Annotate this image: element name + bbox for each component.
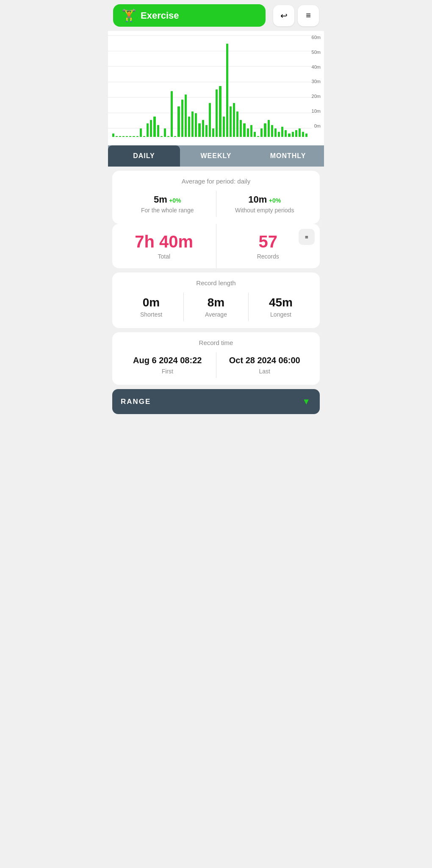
chart-bar	[302, 132, 304, 137]
range-button[interactable]: RANGE ▼	[112, 389, 320, 414]
bar-group	[226, 44, 228, 137]
chart-bar	[268, 120, 270, 137]
bar-group	[184, 95, 187, 137]
tab-weekly[interactable]: WEEKLY	[180, 145, 252, 167]
average-length-label: Average	[184, 311, 248, 318]
chart-bar	[195, 113, 197, 137]
chart-bar	[236, 111, 238, 137]
chart-bar	[181, 100, 183, 137]
app-container: 🏋️ Exercise ↩ ≡ 60m50m40m30m20m10m0m DAI…	[108, 0, 324, 414]
average-row: 5m +0% For the whole range 10m +0% Witho…	[119, 191, 313, 217]
chart-bar	[257, 136, 259, 137]
whole-range-label: For the whole range	[121, 207, 214, 214]
chart-y-axis: 60m50m40m30m20m10m0m	[312, 35, 324, 137]
records-card: 7h 40m Total ≡ 57 Records	[112, 224, 320, 268]
chart-bar	[122, 136, 125, 137]
tab-monthly[interactable]: MONTHLY	[252, 145, 324, 167]
bar-group	[212, 128, 215, 137]
chart-bar	[250, 125, 252, 137]
total-value: 7h 40m	[135, 232, 193, 251]
bar-group	[208, 103, 211, 137]
chart-bar	[223, 117, 225, 137]
bar-group	[177, 106, 180, 137]
bar-group	[285, 130, 287, 137]
bar-group	[250, 125, 252, 137]
first-time-value: Aug 6 2024 08:22	[121, 356, 214, 365]
header: 🏋️ Exercise ↩ ≡	[108, 0, 324, 31]
total-cell: 7h 40m Total	[112, 224, 216, 268]
y-axis-label: 10m	[312, 109, 321, 114]
bar-group	[222, 117, 225, 137]
record-length-card: Record length 0m Shortest 8m Average 45m…	[112, 273, 320, 328]
bar-group	[115, 136, 118, 137]
bar-group	[129, 136, 132, 137]
bar-group	[278, 132, 280, 137]
bar-group	[174, 136, 177, 137]
chart-bar	[226, 44, 228, 137]
records-list-button[interactable]: ≡	[299, 229, 315, 245]
tab-daily[interactable]: DAILY	[108, 145, 180, 167]
no-empty-cell: 10m +0% Without empty periods	[216, 191, 313, 217]
chart-bar	[254, 132, 256, 137]
bar-group	[243, 123, 246, 137]
list-icon: ≡	[305, 234, 308, 240]
chart-bar	[119, 136, 121, 137]
bar-group	[136, 136, 138, 137]
bar-group	[167, 136, 170, 137]
bar-group	[260, 128, 263, 137]
chart-bar	[288, 134, 290, 137]
records-value: 57	[259, 232, 278, 251]
chart-bar	[299, 128, 301, 137]
exercise-icon: 🏋️	[122, 8, 136, 22]
chart-bar	[153, 117, 155, 137]
bar-group	[236, 111, 239, 137]
back-button[interactable]: ↩	[273, 5, 294, 26]
chart-bar	[278, 132, 280, 137]
last-time-cell: Oct 28 2024 06:00 Last	[216, 352, 313, 378]
tab-bar: DAILY WEEKLY MONTHLY	[108, 145, 324, 167]
record-time-title: Record time	[119, 339, 313, 346]
bar-group	[271, 125, 273, 137]
chart-gridline	[108, 51, 312, 51]
chart-bar	[205, 125, 208, 137]
chart-bar	[216, 89, 218, 137]
chart-bar	[247, 128, 249, 137]
chart-bar	[136, 136, 138, 137]
chart-bar	[185, 95, 187, 137]
chart-bar	[243, 123, 245, 137]
first-time-label: First	[121, 368, 214, 375]
chart-bar	[285, 130, 287, 137]
bar-group	[171, 91, 173, 137]
chart-gridline	[108, 35, 312, 36]
chart-bar	[202, 120, 204, 137]
chart-bar	[143, 136, 145, 137]
whole-range-cell: 5m +0% For the whole range	[119, 191, 216, 217]
filter-button[interactable]: ≡	[298, 5, 319, 26]
filter-icon: ≡	[306, 11, 311, 20]
bar-group	[305, 134, 308, 137]
bar-group	[229, 106, 232, 137]
chart-bar	[112, 134, 114, 137]
chart-area: 60m50m40m30m20m10m0m	[108, 31, 324, 145]
bar-group	[295, 130, 297, 137]
chart-gridline	[108, 97, 312, 97]
bar-group	[181, 100, 183, 137]
average-card: Average for period: daily 5m +0% For the…	[112, 171, 320, 224]
bar-group	[264, 123, 266, 137]
bar-group	[274, 128, 277, 137]
chart-bar	[164, 128, 166, 137]
records-label: Records	[257, 253, 279, 260]
no-empty-label: Without empty periods	[218, 207, 312, 214]
chart-bar	[212, 128, 214, 137]
last-time-value: Oct 28 2024 06:00	[218, 356, 312, 365]
chart-bar	[150, 120, 152, 137]
bar-group	[153, 117, 156, 137]
chart-bar	[230, 106, 232, 137]
bar-group	[139, 128, 142, 137]
first-time-cell: Aug 6 2024 08:22 First	[119, 352, 216, 378]
bar-group	[253, 132, 256, 137]
chart-bar	[174, 136, 176, 137]
back-icon: ↩	[280, 11, 288, 21]
bar-group	[126, 136, 128, 137]
bar-group	[188, 117, 190, 137]
